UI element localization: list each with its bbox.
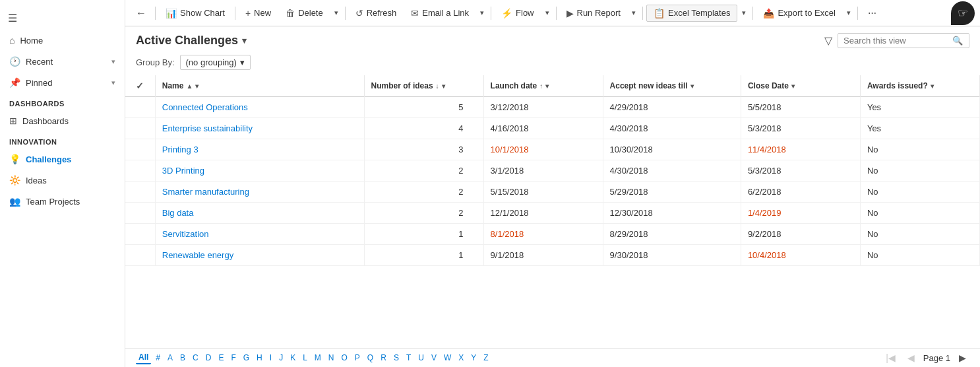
accept-filter[interactable]: ▾ [690,83,694,90]
close-filter[interactable]: ▾ [791,83,795,90]
search-input[interactable] [843,36,949,46]
row-name[interactable]: Big data [155,203,364,224]
row-name[interactable]: Connected Operations [155,97,364,118]
alpha-nav-item-y[interactable]: Y [468,352,479,364]
alpha-nav-item-q[interactable]: Q [365,352,376,364]
row-check[interactable] [125,97,155,118]
alpha-nav-item-#[interactable]: # [153,352,163,364]
show-chart-button[interactable]: 📊 Show Chart [159,5,231,21]
sidebar-item-challenges[interactable]: 💡 Challenges [0,149,125,170]
col-number-of-ideas[interactable]: Number of ideas ↓ ▾ [364,75,483,97]
row-name[interactable]: Smarter manufacturing [155,182,364,203]
run-report-button[interactable]: ▶ Run Report [560,5,627,21]
hamburger-icon[interactable]: ☰ [0,7,125,30]
row-name[interactable]: 3D Printing [155,160,364,182]
delete-chevron[interactable]: ▾ [331,6,342,20]
alpha-nav-item-d[interactable]: D [203,352,214,364]
row-check[interactable] [125,203,155,224]
alpha-nav-item-t[interactable]: T [404,352,413,364]
alpha-nav-item-e[interactable]: E [216,352,226,364]
row-check[interactable] [125,118,155,139]
export-excel-label: Export to Excel [778,8,835,18]
page-title: Active Challenges [136,34,238,48]
sidebar-pinned-label: Pinned [26,78,52,88]
alpha-nav-item-r[interactable]: R [378,352,389,364]
row-check[interactable] [125,224,155,245]
filter-icon[interactable]: ▽ [824,34,832,47]
delete-button[interactable]: 🗑 Delete [279,5,330,21]
group-by-chevron: ▾ [240,57,245,67]
sidebar-item-home[interactable]: ⌂ Home [0,30,125,51]
search-box[interactable]: 🔍 [838,33,969,48]
alpha-nav-item-f[interactable]: F [228,352,238,364]
sidebar-item-recent[interactable]: 🕐 Recent ▾ [0,51,125,72]
launch-sort: ↑ [539,83,543,90]
sidebar-item-team-projects[interactable]: 👥 Team Projects [0,191,125,212]
col-awards[interactable]: Awards issued? ▾ [860,75,979,97]
toolbar-sep-5 [556,7,557,20]
refresh-button[interactable]: ↺ Refresh [349,5,404,21]
col-accept-date[interactable]: Accept new ideas till ▾ [603,75,741,97]
email-chevron[interactable]: ▾ [477,6,487,20]
export-excel-button[interactable]: 📤 Export to Excel [756,5,842,21]
new-button[interactable]: + New [239,5,278,21]
alpha-nav-item-n[interactable]: N [326,352,337,364]
header-check[interactable]: ✓ [136,81,144,91]
col-close-date[interactable]: Close Date ▾ [741,75,860,97]
excel-templates-button[interactable]: 📋 Excel Templates [646,5,737,22]
flow-chevron[interactable]: ▾ [542,6,553,20]
alpha-nav-item-o[interactable]: O [339,352,350,364]
row-name[interactable]: Renewable energy [155,245,364,266]
row-ideas-count: 2 [364,182,483,203]
group-by-select[interactable]: (no grouping) ▾ [180,55,251,70]
flow-button[interactable]: ⚡ Flow [495,5,540,21]
prev-page-button[interactable]: ◀ [904,351,918,364]
alpha-nav-item-u[interactable]: U [415,352,427,364]
alpha-nav-item-g[interactable]: G [241,352,252,364]
dashboards-icon: ⊞ [9,116,17,126]
view-title[interactable]: Active Challenges ▾ [136,34,247,48]
back-button[interactable]: ← [131,5,152,22]
export-chevron[interactable]: ▾ [843,6,854,20]
row-check[interactable] [125,160,155,182]
row-check[interactable] [125,182,155,203]
alpha-nav-item-h[interactable]: H [254,352,265,364]
col-name[interactable]: Name ▲ ▾ [155,75,364,97]
row-ideas-count: 5 [364,97,483,118]
alpha-nav-item-s[interactable]: S [391,352,402,364]
alpha-nav-item-w[interactable]: W [441,352,454,364]
alpha-nav: All#ABCDEFGHIJKLMNOPQRSTUVWXYZ [136,351,491,364]
alpha-nav-item-x[interactable]: X [456,352,466,364]
next-page-button[interactable]: ▶ [956,351,969,364]
email-link-button[interactable]: ✉ Email a Link [404,5,475,21]
alpha-nav-item-v[interactable]: V [429,352,439,364]
sidebar-item-pinned[interactable]: 📌 Pinned ▾ [0,72,125,93]
row-name[interactable]: Enterprise sustainability [155,118,364,139]
alpha-nav-item-p[interactable]: P [352,352,363,364]
sidebar-item-dashboards[interactable]: ⊞ Dashboards [0,110,125,131]
alpha-nav-item-l[interactable]: L [300,352,310,364]
first-page-button[interactable]: |◀ [882,351,899,364]
alpha-nav-item-i[interactable]: I [267,352,274,364]
alpha-nav-item-m[interactable]: M [312,352,324,364]
row-check[interactable] [125,245,155,266]
launch-filter[interactable]: ▾ [545,83,549,90]
alpha-nav-item-b[interactable]: B [177,352,188,364]
more-button[interactable]: ⋯ [861,5,883,20]
run-report-chevron[interactable]: ▾ [628,6,639,20]
alpha-nav-item-all[interactable]: All [136,351,151,364]
col-launch-date[interactable]: Launch date ↑ ▾ [483,75,603,97]
sidebar-item-ideas[interactable]: 🔆 Ideas [0,170,125,191]
alpha-nav-item-j[interactable]: J [276,352,286,364]
alpha-nav-item-a[interactable]: A [165,352,175,364]
alpha-nav-item-k[interactable]: K [288,352,298,364]
row-check[interactable] [125,139,155,160]
name-filter[interactable]: ▾ [195,83,199,90]
alpha-nav-item-z[interactable]: Z [481,352,491,364]
awards-filter[interactable]: ▾ [931,83,934,90]
alpha-nav-item-c[interactable]: C [190,352,201,364]
excel-templates-chevron[interactable]: ▾ [739,6,749,20]
ideas-filter[interactable]: ▾ [442,83,445,90]
row-name[interactable]: Servitization [155,224,364,245]
row-name[interactable]: Printing 3 [155,139,364,160]
